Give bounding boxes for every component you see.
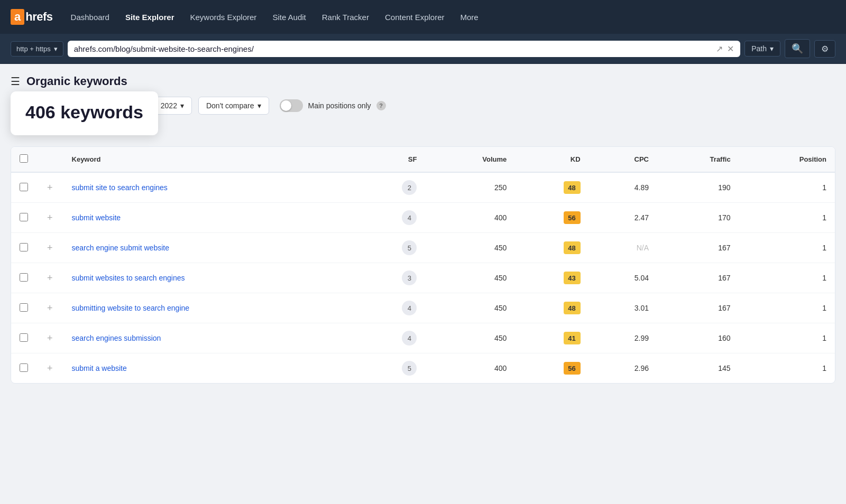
keyword-link[interactable]: submit website (72, 213, 121, 222)
volume-value: 450 (425, 293, 515, 323)
close-icon[interactable]: ✕ (727, 44, 734, 54)
nav-site-audit[interactable]: Site Audit (266, 8, 312, 26)
kd-badge: 41 (564, 332, 581, 344)
kd-badge: 56 (564, 362, 581, 375)
keywords-count-card: 406 keywords (11, 91, 158, 135)
toolbar-row: 406 keywords Aug 2022 ▾ Don't compare ▾ … (11, 97, 835, 115)
row-checkbox[interactable] (20, 333, 28, 342)
chevron-down-icon: ▾ (54, 45, 58, 53)
kd-badge: 43 (564, 272, 581, 284)
main-positions-toggle-wrap: Main positions only ? (280, 99, 386, 112)
nav-dashboard[interactable]: Dashboard (65, 8, 116, 26)
cpc-value: 2.96 (635, 364, 649, 372)
add-keyword-button[interactable]: + (45, 212, 55, 223)
kd-badge: 56 (564, 211, 581, 224)
compare-selector[interactable]: Don't compare ▾ (198, 97, 269, 115)
settings-button[interactable]: ⚙ (814, 40, 835, 58)
help-icon[interactable]: ? (376, 101, 386, 110)
volume-value: 450 (425, 233, 515, 263)
col-position: Position (739, 147, 835, 172)
main-content: ☰ Organic keywords 406 keywords Aug 2022… (0, 64, 846, 394)
traffic-value: 190 (657, 172, 739, 203)
keywords-table: Keyword SF Volume KD CPC Traffic Positio… (11, 146, 835, 384)
keyword-link[interactable]: submit websites to search engines (72, 274, 185, 282)
search-button[interactable]: 🔍 (785, 39, 810, 58)
logo-icon: a (11, 9, 24, 25)
kd-badge: 48 (564, 302, 581, 314)
position-value: 1 (739, 353, 835, 384)
path-selector[interactable]: Path ▾ (744, 41, 780, 57)
traffic-value: 170 (657, 203, 739, 233)
cpc-value: 5.04 (635, 274, 649, 282)
keyword-link[interactable]: submit a website (72, 364, 127, 372)
menu-icon[interactable]: ☰ (11, 75, 20, 88)
volume-value: 450 (425, 323, 515, 353)
main-positions-toggle[interactable] (280, 99, 303, 112)
nav-rank-tracker[interactable]: Rank Tracker (316, 8, 375, 26)
kd-badge: 48 (564, 181, 581, 194)
add-keyword-button[interactable]: + (45, 303, 55, 313)
table-row: + search engines submission 4 450 41 2.9… (11, 323, 835, 353)
row-checkbox[interactable] (20, 363, 28, 372)
nav-content-explorer[interactable]: Content Explorer (379, 8, 451, 26)
select-all-checkbox[interactable] (20, 154, 28, 163)
sf-badge: 5 (402, 240, 417, 255)
traffic-value: 145 (657, 353, 739, 384)
traffic-value: 167 (657, 263, 739, 293)
chevron-down-icon: ▾ (258, 101, 261, 110)
position-value: 1 (739, 323, 835, 353)
cpc-value: 3.01 (635, 304, 649, 312)
position-value: 1 (739, 203, 835, 233)
add-keyword-button[interactable]: + (45, 242, 55, 253)
volume-value: 400 (425, 203, 515, 233)
url-input[interactable]: ahrefs.com/blog/submit-website-to-search… (68, 41, 741, 57)
col-sf: SF (356, 147, 426, 172)
page-title: Organic keywords (26, 74, 127, 88)
add-keyword-button[interactable]: + (45, 273, 55, 283)
page-title-row: ☰ Organic keywords (11, 74, 835, 88)
keyword-link[interactable]: submit site to search engines (72, 183, 168, 192)
nav-site-explorer[interactable]: Site Explorer (119, 8, 181, 26)
row-checkbox[interactable] (20, 303, 28, 312)
volume-value: 450 (425, 263, 515, 293)
sf-badge: 2 (402, 180, 417, 195)
add-keyword-button[interactable]: + (45, 363, 55, 374)
table-row: + search engine submit website 5 450 48 … (11, 233, 835, 263)
sf-badge: 3 (402, 270, 417, 285)
chevron-down-icon: ▾ (770, 44, 774, 53)
position-value: 1 (739, 172, 835, 203)
keywords-count: 406 keywords (25, 102, 143, 123)
row-checkbox[interactable] (20, 273, 28, 282)
nav-more[interactable]: More (454, 8, 485, 26)
sf-badge: 5 (402, 361, 417, 376)
nav-keywords-explorer[interactable]: Keywords Explorer (183, 8, 263, 26)
traffic-value: 167 (657, 293, 739, 323)
top-navigation: a hrefs Dashboard Site Explorer Keywords… (0, 0, 846, 34)
row-checkbox[interactable] (20, 243, 28, 251)
add-keyword-button[interactable]: + (45, 333, 55, 343)
volume-value: 250 (425, 172, 515, 203)
col-keyword: Keyword (63, 147, 356, 172)
toggle-knob (281, 100, 291, 111)
protocol-selector[interactable]: http + https ▾ (11, 41, 63, 57)
row-checkbox[interactable] (20, 213, 28, 221)
table-row: + submit websites to search engines 3 45… (11, 263, 835, 293)
traffic-value: 160 (657, 323, 739, 353)
col-traffic: Traffic (657, 147, 739, 172)
keyword-link[interactable]: search engine submit website (72, 244, 169, 252)
url-text: ahrefs.com/blog/submit-website-to-search… (74, 44, 712, 53)
position-value: 1 (739, 293, 835, 323)
table-row: + submit site to search engines 2 250 48… (11, 172, 835, 203)
col-kd: KD (515, 147, 588, 172)
url-bar: http + https ▾ ahrefs.com/blog/submit-we… (0, 34, 846, 64)
kd-badge: 48 (564, 241, 581, 254)
add-keyword-button[interactable]: + (45, 182, 55, 193)
external-link-icon[interactable]: ↗ (716, 44, 723, 54)
keyword-link[interactable]: submitting website to search engine (72, 304, 190, 312)
logo[interactable]: a hrefs (11, 9, 53, 25)
sf-badge: 4 (402, 331, 417, 346)
volume-value: 400 (425, 353, 515, 384)
position-value: 1 (739, 233, 835, 263)
row-checkbox[interactable] (20, 183, 28, 191)
keyword-link[interactable]: search engines submission (72, 334, 161, 342)
